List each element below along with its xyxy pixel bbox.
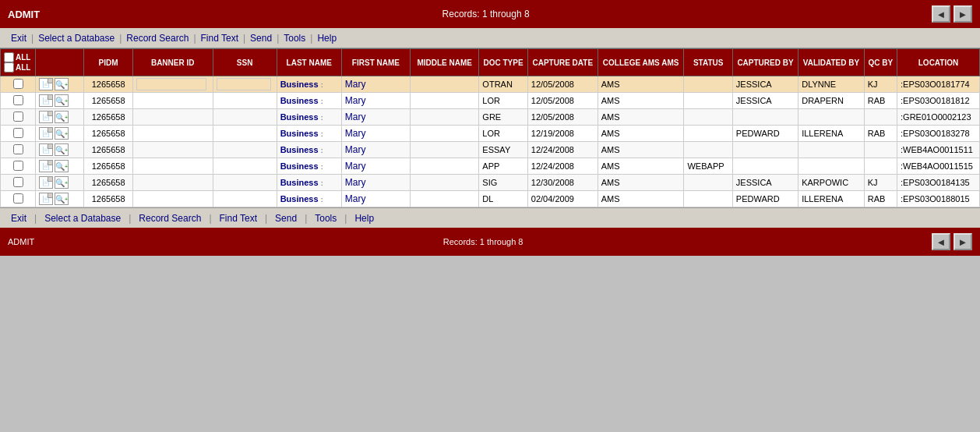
cell-ssn bbox=[213, 191, 277, 207]
row-icon-cell: 📄 🔍+ bbox=[39, 111, 80, 123]
doc-icon[interactable]: 📄 bbox=[39, 193, 53, 205]
cell-middlename bbox=[411, 175, 479, 191]
add-icon[interactable]: 🔍+ bbox=[55, 127, 69, 140]
menu-select-db[interactable]: Select a Database bbox=[33, 33, 119, 44]
doc-icon[interactable]: 📄 bbox=[39, 94, 53, 107]
add-icon[interactable]: 🔍+ bbox=[55, 160, 69, 172]
add-icon[interactable]: 🔍+ bbox=[55, 176, 69, 189]
row-icon-cell: 📄 🔍+ bbox=[39, 94, 80, 107]
row-icon-cell: 📄 🔍+ bbox=[39, 78, 80, 90]
top-bar: ADMIT Records: 1 through 8 ◄ ► bbox=[0, 0, 980, 28]
row-icon-cell: 📄 🔍+ bbox=[39, 143, 80, 156]
cell-lastname: Business : bbox=[277, 93, 341, 109]
cell-location: :EPS03O0184135 bbox=[897, 175, 980, 191]
bottom-menu-bar: Exit | Select a Database | Record Search… bbox=[0, 207, 980, 228]
add-icon[interactable]: 🔍+ bbox=[55, 193, 69, 205]
cell-pidm: 1265658 bbox=[84, 93, 132, 109]
cell-pidm: 1265658 bbox=[84, 191, 132, 207]
cell-middlename bbox=[411, 158, 479, 175]
doc-icon[interactable]: 📄 bbox=[39, 143, 53, 156]
cell-bannerid bbox=[132, 191, 213, 207]
prev-arrow-top[interactable]: ◄ bbox=[932, 5, 950, 23]
row-checkbox[interactable] bbox=[13, 128, 23, 138]
table-row: 📄 🔍+ 1265658Business :MaryAPP12/24/2008A… bbox=[1, 158, 980, 175]
col-header-lastname: LAST NAME bbox=[277, 49, 341, 76]
cell-capturedby: PEDWARD bbox=[732, 191, 798, 207]
cell-doctype: GRE bbox=[479, 109, 527, 126]
row-checkbox[interactable] bbox=[13, 79, 23, 89]
next-arrow-bottom[interactable]: ► bbox=[954, 233, 972, 250]
menu-help[interactable]: Help bbox=[312, 33, 341, 44]
cell-status bbox=[684, 93, 732, 109]
cell-college: AMS bbox=[598, 142, 684, 158]
cell-ssn bbox=[213, 158, 277, 175]
cell-firstname: Mary bbox=[341, 142, 410, 158]
menu-record-search[interactable]: Record Search bbox=[122, 33, 193, 44]
add-icon[interactable]: 🔍+ bbox=[55, 143, 69, 156]
bannerid-input[interactable] bbox=[136, 78, 206, 90]
cell-doctype: LOR bbox=[479, 126, 527, 142]
row-checkbox[interactable] bbox=[13, 95, 23, 105]
bottom-nav-arrows: ◄ ► bbox=[932, 233, 972, 250]
check-none-box[interactable] bbox=[4, 62, 14, 73]
bottom-menu-find-text[interactable]: Find Text bbox=[215, 213, 262, 224]
cell-doctype: ESSAY bbox=[479, 142, 527, 158]
top-records: Records: 1 through 8 bbox=[442, 9, 530, 19]
add-icon[interactable]: 🔍+ bbox=[55, 78, 69, 90]
check-none-label[interactable]: ALL bbox=[4, 62, 30, 73]
cell-status bbox=[684, 76, 732, 93]
cell-middlename bbox=[411, 76, 479, 93]
next-arrow-top[interactable]: ► bbox=[954, 5, 972, 23]
doc-icon[interactable]: 📄 bbox=[39, 160, 53, 172]
cell-doctype: OTRAN bbox=[479, 76, 527, 93]
cell-location: :WEB4AO0011511 bbox=[897, 142, 980, 158]
menu-find-text[interactable]: Find Text bbox=[196, 33, 243, 44]
cell-ssn bbox=[213, 93, 277, 109]
check-all-box[interactable] bbox=[4, 52, 14, 62]
menu-send[interactable]: Send bbox=[245, 33, 277, 44]
cell-capturedate: 12/19/2008 bbox=[527, 126, 598, 142]
row-checkbox[interactable] bbox=[13, 144, 23, 154]
bottom-menu-select-db[interactable]: Select a Database bbox=[40, 213, 125, 224]
row-checkbox[interactable] bbox=[13, 112, 23, 122]
cell-qcby: KJ bbox=[864, 175, 897, 191]
doc-icon[interactable]: 📄 bbox=[39, 78, 53, 90]
main-table-container: ALL ALL PIDM BANNER ID SSN LAST NAME FIR… bbox=[0, 48, 980, 207]
cell-location: :GRE01O0002123 bbox=[897, 109, 980, 126]
cell-status: WEBAPP bbox=[684, 158, 732, 175]
cell-college: AMS bbox=[598, 109, 684, 126]
add-icon[interactable]: 🔍+ bbox=[55, 111, 69, 123]
menu-exit[interactable]: Exit bbox=[6, 33, 31, 44]
bottom-menu-send[interactable]: Send bbox=[270, 213, 301, 224]
cell-capturedby: JESSICA bbox=[732, 93, 798, 109]
bottom-records: Records: 1 through 8 bbox=[443, 237, 523, 246]
cell-bannerid bbox=[132, 158, 213, 175]
cell-firstname: Mary bbox=[341, 191, 410, 207]
table-row: 📄 🔍+ 1265658Business :MaryGRE12/05/2008A… bbox=[1, 109, 980, 126]
doc-icon[interactable]: 📄 bbox=[39, 111, 53, 123]
cell-bannerid bbox=[132, 142, 213, 158]
doc-icon[interactable]: 📄 bbox=[39, 176, 53, 189]
add-icon[interactable]: 🔍+ bbox=[55, 94, 69, 107]
cell-validatedby bbox=[798, 158, 865, 175]
col-header-capturedate: CAPTURE DATE bbox=[527, 49, 598, 76]
cell-capturedby bbox=[732, 142, 798, 158]
prev-arrow-bottom[interactable]: ◄ bbox=[932, 233, 950, 250]
row-checkbox[interactable] bbox=[13, 161, 23, 171]
col-header-qcby: QC BY bbox=[864, 49, 897, 76]
bottom-menu-record-search[interactable]: Record Search bbox=[134, 213, 206, 224]
ssn-input[interactable] bbox=[217, 78, 271, 90]
menu-tools[interactable]: Tools bbox=[279, 33, 310, 44]
col-header-pidm: PIDM bbox=[84, 49, 132, 76]
cell-status bbox=[684, 142, 732, 158]
cell-location: :EPS03O0183278 bbox=[897, 126, 980, 142]
row-icon-cell: 📄 🔍+ bbox=[39, 127, 80, 140]
row-checkbox[interactable] bbox=[13, 177, 23, 187]
row-checkbox[interactable] bbox=[13, 193, 23, 204]
doc-icon[interactable]: 📄 bbox=[39, 127, 53, 140]
cell-bannerid bbox=[132, 126, 213, 142]
bottom-menu-help[interactable]: Help bbox=[350, 213, 379, 224]
bottom-menu-tools[interactable]: Tools bbox=[310, 213, 341, 224]
check-all-label[interactable]: ALL bbox=[4, 52, 30, 62]
bottom-menu-exit[interactable]: Exit bbox=[6, 213, 31, 224]
